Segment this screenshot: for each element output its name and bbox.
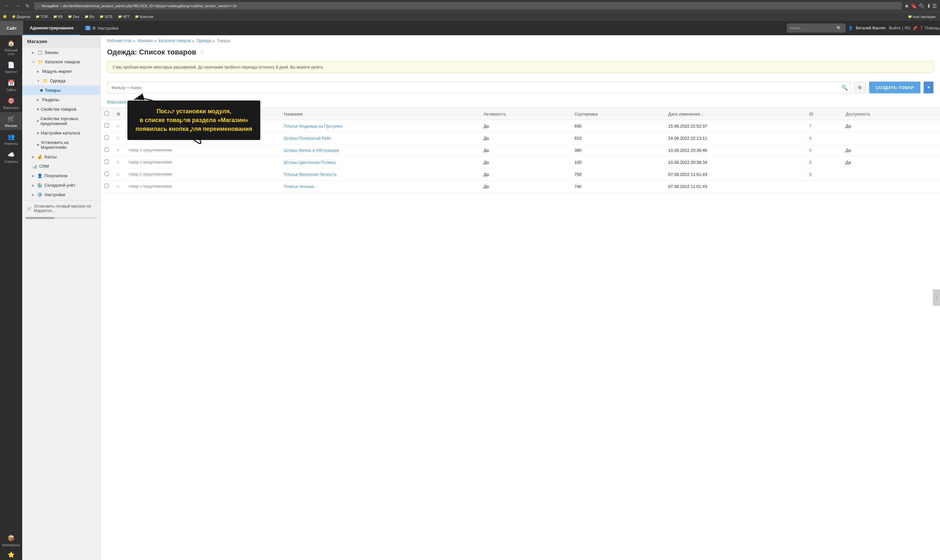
nav-item-cashiers[interactable]: ▶ 💰 Кассы xyxy=(22,152,100,162)
site-button[interactable]: Сайт xyxy=(0,21,23,35)
favorite-star-icon[interactable]: ☆ xyxy=(199,49,205,56)
nav-item-trade-props[interactable]: Свойства торговых предложений xyxy=(22,114,100,128)
nav-arrow-orders: ▶ xyxy=(32,51,34,54)
nav-item-install-marketplace[interactable]: Установить из Маркетплейс xyxy=(22,138,100,152)
sidebar-item-marketplace[interactable]: 📦 Marketplace xyxy=(0,532,22,549)
bookmark-site[interactable]: 📁 SITE xyxy=(98,14,114,19)
nav-item-settings[interactable]: ▶ ⚙️ Настройки xyxy=(22,190,100,199)
row-active: Да xyxy=(480,144,571,156)
row-checkbox[interactable] xyxy=(105,172,109,176)
row-drag-handle[interactable]: ≡ xyxy=(113,120,125,132)
expand-button[interactable]: › xyxy=(933,289,940,306)
clients-icon: 👥 xyxy=(7,133,15,141)
row-drag-handle[interactable]: ≡ xyxy=(113,168,125,180)
sidebar-scrollbar[interactable] xyxy=(25,217,97,219)
nav-item-crm[interactable]: 📊 CRM xyxy=(22,162,100,171)
bookmark-dev[interactable]: 📁 Dev xyxy=(66,14,81,19)
back-button[interactable]: ← xyxy=(3,3,11,9)
nav-item-catalogs[interactable]: ▼ 📁 Каталоги товаров xyxy=(22,57,100,66)
col-header-availability: Доступность xyxy=(842,108,940,120)
nav-item-market-module[interactable]: ▶ Модуль маркет xyxy=(22,66,100,76)
nav-item-clothes[interactable]: ▼ 📁 Одежда xyxy=(22,76,100,86)
create-product-button[interactable]: СОЗДАТЬ ТОВАР xyxy=(869,82,920,93)
nav-item-orders[interactable]: ▶ 📋 Заказы xyxy=(22,48,100,57)
row-checkbox[interactable] xyxy=(105,184,109,188)
sidebar-item-shop[interactable]: 🛒 Магазин xyxy=(0,112,22,130)
row-drag-handle[interactable]: ≡ xyxy=(113,132,125,144)
row-availability xyxy=(842,168,940,180)
bookmark-addons[interactable]: ⭐ Додатки xyxy=(10,14,32,19)
product-name-link[interactable]: Штаны Цветочная Поляна xyxy=(284,160,335,165)
filter-bar: 🔍 ⚙ СОЗДАТЬ ТОВАР ▼ xyxy=(100,78,940,97)
nav-item-warehouse[interactable]: ▶ 🏪 Складской учёт xyxy=(22,180,100,190)
nav-item-products[interactable]: Товары xyxy=(22,86,100,95)
filter-input-wrapper: 🔍 xyxy=(107,81,851,94)
bookmark-creative[interactable]: 📁 Креатив xyxy=(133,14,156,19)
product-name-link[interactable]: Платье Модница на Прогулке xyxy=(284,124,342,129)
nav-item-sections[interactable]: ▶ Разделы xyxy=(22,95,100,105)
row-checkbox[interactable] xyxy=(105,148,109,152)
product-id-link[interactable]: 4 xyxy=(809,136,811,141)
row-drag-handle[interactable]: ≡ xyxy=(113,180,125,192)
row-date: 07.08.2022 11:01:43 xyxy=(664,168,806,180)
breadcrumb-catalogs[interactable]: Каталоги товаров xyxy=(159,38,191,43)
breadcrumb-desktop[interactable]: Рабочий стол xyxy=(107,38,132,43)
row-checkbox[interactable] xyxy=(105,160,109,164)
filter-search-button[interactable]: 🔍 xyxy=(839,85,850,91)
row-drag-handle[interactable]: ≡ xyxy=(113,144,125,156)
url-bar[interactable]: ⚠ Ненадійне | dev.fan/bitrix/admin/cat_p… xyxy=(34,2,902,10)
create-product-dropdown-button[interactable]: ▼ xyxy=(924,82,934,93)
help-button[interactable]: ❓ Помощь xyxy=(919,26,940,30)
breadcrumb-sep-2: ▶ xyxy=(154,39,157,43)
select-all-checkbox[interactable] xyxy=(105,111,109,115)
row-active: Да xyxy=(480,132,571,144)
product-name-link[interactable]: Штаны Жизнь в Абстракции xyxy=(284,148,339,153)
row-id: 6 xyxy=(805,156,841,168)
sidebar-item-marketing[interactable]: 🎯 Маркетинг xyxy=(0,94,22,112)
admin-button[interactable]: Администрирование xyxy=(23,21,80,35)
buyers-icon: 👤 xyxy=(37,173,42,178)
product-name-link[interactable]: Штаны Полосатый Рейс xyxy=(284,136,331,141)
nav-item-catalog-settings[interactable]: Настройки каталога xyxy=(22,128,100,138)
lang-separator: | xyxy=(902,26,903,31)
nav-arrow-catalogs: ▼ xyxy=(32,60,35,64)
nav-item-buyers[interactable]: ▶ 👤 Покупатели xyxy=(22,171,100,180)
sidebar-item-content[interactable]: 📄 Контент xyxy=(0,58,22,76)
nav-item-product-props[interactable]: Свойства товаров xyxy=(22,105,100,114)
product-name-link[interactable]: Платье Весенняя Легкость xyxy=(284,172,337,177)
col-header-date[interactable]: Дата изменения ↓ xyxy=(664,108,806,120)
breadcrumb: Рабочий стол ▶ Магазин ▶ Каталоги товаро… xyxy=(100,35,940,46)
forward-button[interactable]: → xyxy=(14,3,22,9)
product-id-link[interactable]: 8 xyxy=(809,172,811,177)
filter-settings-button[interactable]: ⚙ xyxy=(854,82,866,93)
sidebar-item-desktop[interactable]: 🏠 Рабочий стол xyxy=(0,37,22,58)
nav-title: Магазин xyxy=(22,35,100,48)
filter-input[interactable] xyxy=(108,82,839,93)
product-id-link[interactable]: 5 xyxy=(809,148,811,153)
sort-arrow-icon: ↓ xyxy=(701,112,704,117)
row-availability: Да xyxy=(842,120,940,132)
lang-selector[interactable]: RU xyxy=(905,26,910,30)
nav-item-install-shop[interactable]: 🛒 Установить готовый магазин из Маркетпл… xyxy=(22,202,100,215)
bookmark-bb[interactable]: 📁 BB xyxy=(51,14,65,19)
row-checkbox[interactable] xyxy=(105,123,109,128)
refresh-button[interactable]: ↻ xyxy=(24,3,31,9)
product-name-link[interactable]: Платье Ночная... xyxy=(284,184,318,189)
breadcrumb-clothes[interactable]: Одежда xyxy=(197,38,211,43)
sidebar-item-services[interactable]: ☁️ Сервисы xyxy=(0,148,22,166)
bookmark-other[interactable]: 📁 Інші закладки xyxy=(906,14,937,19)
sidebar-item-sites[interactable]: 📅 Сайты xyxy=(0,76,22,94)
product-id-link[interactable]: 7 xyxy=(809,124,811,129)
row-checkbox-cell xyxy=(100,168,113,180)
settings-button[interactable]: 3 ⚙ Настройки xyxy=(80,21,123,35)
row-drag-handle[interactable]: ≡ xyxy=(113,156,125,168)
bookmark-biz[interactable]: 📁 Biz xyxy=(83,14,96,19)
product-id-link[interactable]: 6 xyxy=(809,160,811,165)
breadcrumb-shop[interactable]: Магазин xyxy=(137,38,153,43)
row-name: Платье Модница на Прогулке xyxy=(280,120,480,132)
row-checkbox[interactable] xyxy=(105,135,109,140)
logout-button[interactable]: Выйти xyxy=(889,26,900,30)
sidebar-item-clients[interactable]: 👥 Клиенты xyxy=(0,130,22,148)
bookmark-nft[interactable]: 📁 NFT xyxy=(116,14,132,19)
bookmark-tor[interactable]: 📁 TOR xyxy=(34,14,50,19)
